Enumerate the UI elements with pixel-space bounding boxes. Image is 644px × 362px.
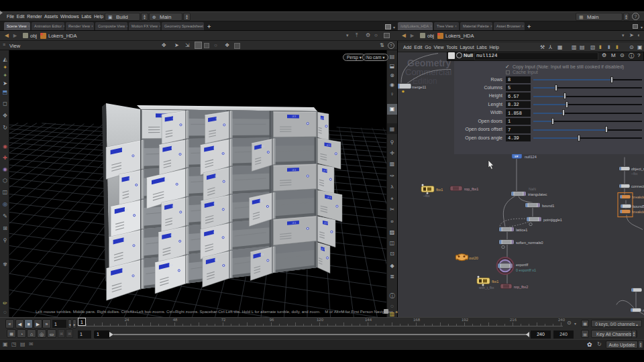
svg-text:with_t_fbx: with_t_fbx xyxy=(479,285,494,289)
svg-text:rop_fbx1: rop_fbx1 xyxy=(464,186,478,190)
svg-text:~fbx: ~fbx xyxy=(423,193,430,197)
svg-text:~fbx: ~fbx xyxy=(631,171,638,175)
svg-text:null124: null124 xyxy=(525,154,537,158)
svg-text:LK 3: LK 3 xyxy=(215,259,219,261)
svg-text:LK 3: LK 3 xyxy=(292,222,297,225)
svg-text:LK 3: LK 3 xyxy=(260,200,264,202)
svg-text:fbx1: fbx1 xyxy=(436,187,443,191)
svg-text:LK 3: LK 3 xyxy=(213,202,217,205)
svg-text:connect: connect xyxy=(631,184,644,188)
svg-text:object_m: object_m xyxy=(631,167,644,171)
svg-text:s▾: s▾ xyxy=(515,154,519,158)
svg-text:NaN: NaN xyxy=(529,186,536,190)
svg-text:LK 3: LK 3 xyxy=(260,253,264,256)
svg-text:bound1: bound1 xyxy=(542,203,554,207)
svg-text:LK 3: LK 3 xyxy=(122,149,126,152)
svg-text:LK 3: LK 3 xyxy=(292,115,297,118)
svg-text:out20: out20 xyxy=(469,255,478,259)
svg-text:LK 3: LK 3 xyxy=(124,208,128,211)
svg-text:breakdo: breakdo xyxy=(632,210,644,214)
svg-text:LK 3: LK 3 xyxy=(321,117,325,120)
svg-text:LK 3: LK 3 xyxy=(261,145,265,148)
svg-text:LK 3: LK 3 xyxy=(321,248,325,251)
svg-text:LK 3: LK 3 xyxy=(172,117,176,120)
svg-text:LK 3: LK 3 xyxy=(327,196,331,199)
svg-text:LK 3: LK 3 xyxy=(292,169,297,172)
svg-text:exportff: exportff xyxy=(516,262,529,266)
svg-text:LK 3: LK 3 xyxy=(170,234,174,237)
svg-text:merge11: merge11 xyxy=(412,84,426,88)
svg-text:LK 3: LK 3 xyxy=(216,117,220,120)
svg-text:bound5: bound5 xyxy=(633,204,644,208)
svg-text:Commercial: Commercial xyxy=(405,66,451,76)
svg-text:0 exportff x1: 0 exportff x1 xyxy=(516,267,536,272)
svg-text:LK 3: LK 3 xyxy=(123,239,127,241)
svg-text:triangulatec: triangulatec xyxy=(528,192,547,196)
svg-text:LK 3: LK 3 xyxy=(213,231,217,234)
svg-text:fbx1: fbx1 xyxy=(492,279,498,283)
svg-text:LK 3: LK 3 xyxy=(215,175,219,178)
svg-text:LK 3: LK 3 xyxy=(213,147,217,149)
svg-text:pointjiggle1: pointjiggle1 xyxy=(543,217,562,221)
svg-text:LK 3: LK 3 xyxy=(164,178,168,181)
svg-text:breakdo: breakdo xyxy=(632,195,644,199)
svg-text:LK 3: LK 3 xyxy=(122,269,126,272)
svg-text:LK 3: LK 3 xyxy=(324,222,328,225)
svg-text:rop_fbx2: rop_fbx2 xyxy=(514,284,528,288)
svg-text:LK 3: LK 3 xyxy=(323,170,327,172)
svg-text:soften_normals0: soften_normals0 xyxy=(516,240,543,244)
svg-text:LK 3: LK 3 xyxy=(129,178,133,180)
svg-text:LK 3: LK 3 xyxy=(169,264,173,267)
svg-text:LK 3: LK 3 xyxy=(327,144,331,147)
svg-text:lattice1: lattice1 xyxy=(516,227,527,231)
svg-text:LK 3: LK 3 xyxy=(171,147,175,149)
svg-text:LK 3: LK 3 xyxy=(172,205,176,208)
